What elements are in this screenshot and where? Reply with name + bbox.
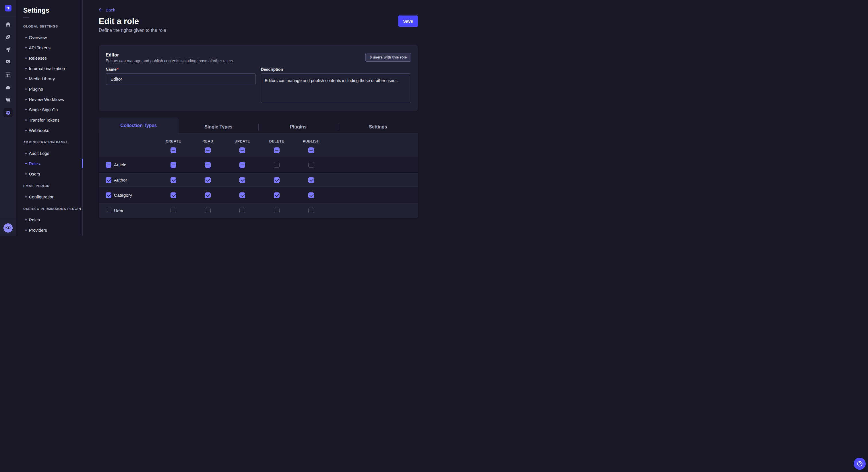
article-update-checkbox[interactable] [239, 162, 245, 168]
tab-settings[interactable]: Settings [338, 121, 418, 133]
sidebar-item-plugins[interactable]: Plugins [17, 84, 82, 94]
article-delete-checkbox[interactable] [274, 162, 280, 168]
bullet-icon [25, 68, 27, 69]
sidebar-item-label: Webhooks [29, 128, 50, 133]
perm-cell [294, 162, 329, 168]
select-all-publish-checkbox[interactable] [308, 147, 314, 153]
article-create-checkbox[interactable] [170, 162, 176, 168]
media-image-icon [5, 59, 11, 65]
nav-media-image-icon[interactable] [3, 58, 12, 67]
bullet-icon [25, 130, 27, 131]
perm-row-label-cell: Author [105, 177, 156, 183]
sidebar-item-single-sign-on[interactable]: Single Sign-On [17, 104, 82, 115]
user-read-checkbox[interactable] [205, 208, 211, 213]
nav-gear-icon[interactable] [3, 108, 12, 117]
user-update-checkbox[interactable] [239, 208, 245, 213]
perm-cell [259, 162, 294, 168]
author-update-checkbox[interactable] [239, 177, 245, 183]
nav-paper-plane-icon[interactable] [3, 45, 12, 54]
sidebar-item-transfer-tokens[interactable]: Transfer Tokens [17, 115, 82, 125]
sidebar-item-audit-logs[interactable]: Audit Logs [17, 148, 82, 158]
sidebar-item-label: Single Sign-On [29, 107, 58, 112]
sidebar-item-users[interactable]: Users [17, 169, 82, 179]
category-row-checkbox[interactable] [105, 193, 112, 198]
article-row-checkbox[interactable] [105, 162, 112, 168]
sidebar-item-label: Overview [29, 35, 47, 40]
author-row-checkbox[interactable] [105, 177, 112, 183]
workspace-logo-box[interactable] [0, 0, 16, 16]
sidebar-section-label: EMAIL PLUGIN [23, 183, 82, 188]
sidebar-item-webhooks[interactable]: Webhooks [17, 125, 82, 135]
sidebar-item-label: Configuration [29, 194, 55, 199]
perm-column-label: PUBLISH [303, 139, 319, 144]
author-publish-checkbox[interactable] [308, 177, 314, 183]
page-title: Edit a role [99, 17, 418, 26]
user-publish-checkbox[interactable] [308, 208, 314, 213]
sidebar-item-internationalization[interactable]: Internationalization [17, 63, 82, 73]
perm-column-label: READ [203, 139, 213, 144]
tab-collection-types[interactable]: Collection Types [99, 117, 179, 133]
user-delete-checkbox[interactable] [274, 208, 280, 213]
category-delete-checkbox[interactable] [274, 193, 280, 198]
category-create-checkbox[interactable] [170, 193, 176, 198]
bullet-icon [25, 119, 27, 121]
sidebar-item-releases[interactable]: Releases [17, 53, 82, 63]
sidebar-item-label: Users [29, 171, 40, 176]
name-input[interactable] [105, 73, 256, 85]
sidebar-section: ADMINISTRATION PANELAudit LogsRolesUsers [17, 140, 82, 179]
category-update-checkbox[interactable] [239, 193, 245, 198]
category-read-checkbox[interactable] [205, 193, 211, 198]
sidebar-item-media-library[interactable]: Media Library [17, 73, 82, 84]
sidebar-item-review-workflows[interactable]: Review Workflows [17, 94, 82, 104]
avatar[interactable]: KD [3, 224, 12, 233]
bullet-icon [25, 219, 27, 221]
required-asterisk: * [117, 67, 118, 72]
article-publish-checkbox[interactable] [308, 162, 314, 168]
perm-cell [156, 208, 191, 213]
select-all-update-checkbox[interactable] [239, 147, 245, 153]
nav-cart-icon[interactable] [3, 96, 12, 105]
sidebar-item-providers[interactable]: Providers [17, 225, 82, 235]
sidebar-item-roles[interactable]: Roles [17, 158, 82, 169]
author-read-checkbox[interactable] [205, 177, 211, 183]
category-publish-checkbox[interactable] [308, 193, 314, 198]
perm-cell [191, 177, 225, 183]
perm-column-label: CREATE [166, 139, 181, 144]
select-all-create-checkbox[interactable] [170, 147, 176, 153]
description-textarea[interactable] [261, 73, 411, 103]
perm-cell [259, 193, 294, 198]
users-with-role-badge[interactable]: 0 users with this role [365, 53, 411, 62]
select-all-delete-checkbox[interactable] [274, 147, 280, 153]
user-create-checkbox[interactable] [170, 208, 176, 213]
nav-feather-icon[interactable] [3, 32, 12, 42]
perm-row-label-cell: Category [105, 193, 156, 198]
select-all-read-checkbox[interactable] [205, 147, 211, 153]
article-read-checkbox[interactable] [205, 162, 211, 168]
sidebar-item-configuration[interactable]: Configuration [17, 192, 82, 202]
paper-plane-icon [5, 47, 11, 53]
perm-cell [294, 177, 329, 183]
save-button[interactable]: Save [398, 15, 418, 27]
permissions-table: CREATEREADUPDATEDELETEPUBLISH ArticleAut… [99, 133, 418, 218]
arrow-left-icon [99, 8, 103, 12]
sidebar-item-roles[interactable]: Roles [17, 214, 82, 225]
perm-column-update: UPDATE [225, 133, 259, 157]
sidebar-item-label: Review Workflows [29, 97, 64, 102]
sidebar-item-api-tokens[interactable]: API Tokens [17, 42, 82, 53]
sidebar-item-overview[interactable]: Overview [17, 32, 82, 42]
description-field-label: Description [261, 67, 411, 72]
user-row-checkbox[interactable] [105, 208, 112, 213]
sidebar-item-label: Media Library [29, 76, 55, 81]
tab-single-types[interactable]: Single Types [179, 121, 258, 133]
perm-column-create: CREATE [156, 133, 191, 157]
author-create-checkbox[interactable] [170, 177, 176, 183]
author-delete-checkbox[interactable] [274, 177, 280, 183]
sidebar-section-label: ADMINISTRATION PANEL [23, 140, 82, 144]
tab-plugins[interactable]: Plugins [258, 121, 338, 133]
nav-home-icon[interactable] [3, 20, 12, 29]
perm-row-title: Article [114, 162, 126, 167]
nav-cloud-icon[interactable] [3, 83, 12, 92]
back-link[interactable]: Back [99, 7, 115, 12]
perm-column-publish: PUBLISH [294, 133, 329, 157]
nav-layout-icon[interactable] [3, 70, 12, 79]
